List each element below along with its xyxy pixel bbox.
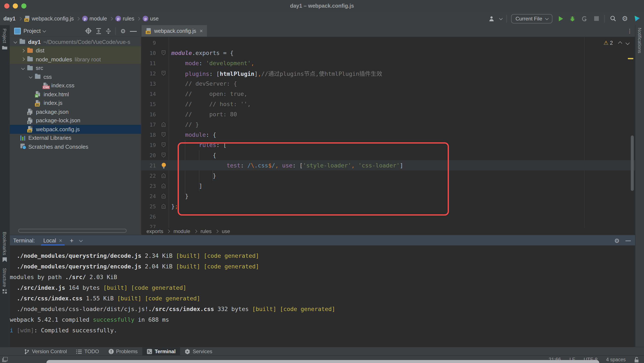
terminal-tab-local[interactable]: Local × (40, 235, 66, 246)
tree-item-index-js[interactable]: JSindex.js (10, 99, 141, 107)
settings-gear-icon[interactable]: ⚙ (621, 15, 629, 22)
expand-all-icon[interactable] (96, 28, 102, 34)
code-line-23[interactable]: 23 ] (142, 181, 635, 191)
code-line-16[interactable]: 16 // port: 80 (142, 109, 635, 119)
project-panel-title[interactable]: Project (24, 28, 41, 34)
code-line-9[interactable]: 9 (142, 38, 635, 48)
run-button[interactable] (557, 15, 564, 22)
chevron-down-icon[interactable] (14, 40, 17, 44)
tool-windows-toggle-icon[interactable] (2, 357, 8, 362)
chevron-right-icon[interactable] (21, 49, 25, 52)
run-configuration-select[interactable]: Current File (511, 14, 552, 23)
fold-marker-icon[interactable] (156, 50, 171, 56)
tree-item-index-html[interactable]: Hindex.html (10, 90, 141, 99)
lock-icon[interactable] (634, 357, 639, 362)
code-line-12[interactable]: 12 plugins: [htmlPlugin],//通过plugins节点,使… (142, 68, 635, 78)
fold-marker-icon[interactable] (156, 142, 171, 148)
panel-settings-gear-icon[interactable]: ⚙ (120, 28, 126, 34)
code-line-13[interactable]: 13 // devServer: { (142, 78, 635, 88)
tool-window-button-todo[interactable]: TODO (72, 347, 104, 356)
hide-terminal-icon[interactable]: — (626, 238, 631, 244)
chevron-down-icon[interactable] (79, 238, 83, 242)
close-terminal-tab-icon[interactable]: × (59, 238, 62, 244)
code-line-21[interactable]: 21 test: /\.css$/, use: ['style-loader',… (142, 160, 635, 170)
close-tab-icon[interactable]: × (200, 28, 203, 34)
code-line-20[interactable]: 20 { (142, 150, 635, 160)
code-line-11[interactable]: 11 mode: 'development', (142, 58, 635, 68)
editor-breadcrumb-item[interactable]: rules (200, 228, 212, 234)
tool-window-button-terminal[interactable]: Terminal (142, 347, 180, 356)
horizontal-scrollbar[interactable] (18, 229, 126, 233)
fold-marker-icon[interactable] (156, 71, 171, 76)
tool-stripe-project[interactable]: Project (0, 28, 9, 50)
fold-marker-icon[interactable] (156, 122, 171, 127)
new-terminal-icon[interactable]: + (70, 237, 74, 244)
editor-breadcrumb-item[interactable]: use (222, 228, 230, 234)
intention-bulb-icon[interactable] (156, 162, 171, 168)
tree-item-external-libraries[interactable]: External Libraries (10, 134, 141, 142)
fold-marker-icon[interactable] (156, 183, 171, 188)
debug-button[interactable] (568, 15, 576, 22)
breadcrumb-item[interactable]: pmodule (82, 16, 107, 22)
user-account-icon[interactable] (488, 15, 496, 22)
chevron-right-icon[interactable] (21, 58, 25, 61)
tree-item-node-modules[interactable]: node_moduleslibrary root (10, 55, 141, 64)
chevron-down-icon[interactable] (29, 75, 32, 78)
select-opened-file-icon[interactable] (86, 28, 92, 34)
code-line-27[interactable]: 27 (142, 222, 635, 228)
editor-breadcrumb-item[interactable]: exports (146, 228, 163, 234)
tree-item-webpack-config-js[interactable]: JSwebpack.config.js (10, 125, 141, 134)
tree-item-index-css[interactable]: CSSindex.css (10, 81, 141, 90)
fold-marker-icon[interactable] (156, 132, 171, 137)
fold-marker-icon[interactable] (156, 173, 171, 178)
editor-breadcrumb-item[interactable]: module (174, 228, 190, 234)
breadcrumb-item[interactable]: prules (116, 16, 134, 22)
editor-body[interactable]: 910module.exports = {11 mode: 'developme… (142, 37, 635, 228)
tree-item-dist[interactable]: dist (10, 46, 141, 55)
warning-stripe-mark[interactable] (628, 58, 633, 59)
tool-stripe-bookmarks[interactable]: Bookmarks (0, 232, 9, 262)
code-line-25[interactable]: 25}; (142, 201, 635, 211)
tree-item-css[interactable]: css (10, 72, 141, 81)
macos-dock[interactable] (46, 360, 599, 363)
tree-item-package-lock-json[interactable]: {}package-lock.json (10, 116, 141, 125)
tool-window-button-version-control[interactable]: Version Control (20, 347, 72, 356)
breadcrumb-item[interactable]: JSwebpack.config.js (24, 16, 74, 22)
breadcrumb-item[interactable]: puse (143, 16, 159, 22)
inspection-widget[interactable]: ⚠ 2 (604, 40, 629, 46)
tree-item-scratches-and-consoles[interactable]: Scratches and Consoles (10, 142, 141, 151)
prev-problem-icon[interactable] (618, 41, 622, 46)
code-line-15[interactable]: 15 // // host: '', (142, 99, 635, 109)
indent-style[interactable]: 4 spaces (606, 357, 626, 362)
code-line-26[interactable]: 26 (142, 211, 635, 222)
code-line-19[interactable]: 19 rules: [ (142, 140, 635, 150)
fold-marker-icon[interactable] (156, 152, 171, 158)
code-line-17[interactable]: 17 // } (142, 119, 635, 130)
code-line-10[interactable]: 10module.exports = { (142, 48, 635, 58)
hide-panel-icon[interactable]: — (130, 27, 137, 35)
chevron-down-icon[interactable] (21, 66, 25, 70)
search-everywhere-icon[interactable] (609, 15, 617, 22)
next-problem-icon[interactable] (626, 41, 630, 45)
terminal-output[interactable]: ./node_modules/querystring/decode.js 2.3… (10, 246, 635, 347)
breadcrumb-item[interactable]: day1 (4, 16, 16, 22)
tree-item-package-json[interactable]: {}package.json (10, 107, 141, 116)
tool-stripe-notifications[interactable]: Notifications (636, 28, 644, 53)
vertical-scrollbar[interactable] (631, 136, 634, 191)
profile-button[interactable] (580, 15, 588, 22)
editor-tab-webpack-config[interactable]: JS webpack.config.js × (142, 25, 207, 37)
code-line-14[interactable]: 14 // open: true, (142, 88, 635, 99)
tool-stripe-structure[interactable]: Structure (0, 268, 9, 294)
stop-button[interactable] (592, 15, 600, 22)
tree-item-day1[interactable]: day1~/Documents/Code/VueCode/vue-s (10, 38, 141, 46)
tool-window-button-services[interactable]: Services (180, 347, 217, 356)
fold-marker-icon[interactable] (156, 194, 171, 198)
code-line-24[interactable]: 24 } (142, 191, 635, 201)
terminal-settings-gear-icon[interactable]: ⚙ (614, 237, 620, 244)
fold-marker-icon[interactable] (156, 204, 171, 209)
tab-options-icon[interactable]: ⋮ (627, 28, 632, 34)
collapse-all-icon[interactable] (106, 28, 112, 34)
code-lines[interactable]: 910module.exports = {11 mode: 'developme… (142, 38, 635, 228)
tool-window-button-problems[interactable]: Problems (104, 347, 142, 356)
tree-item-src[interactable]: src (10, 64, 141, 72)
